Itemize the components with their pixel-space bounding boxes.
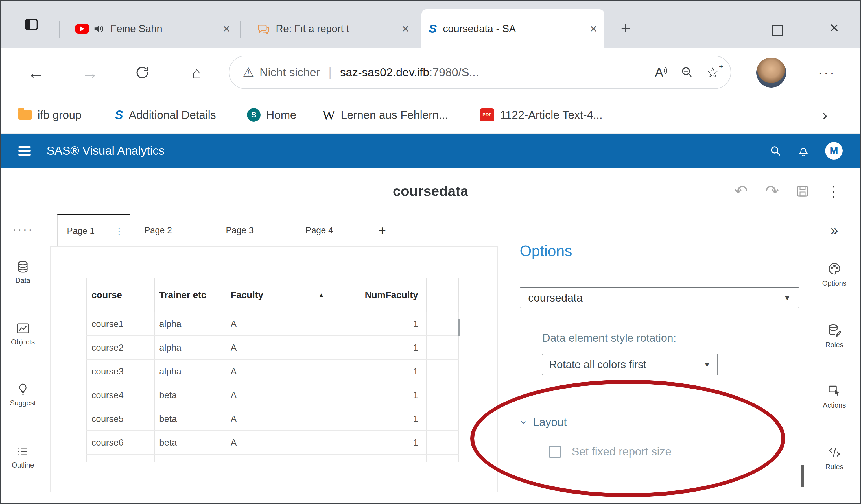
column-header-trainer[interactable]: Trainer etc [154, 278, 226, 312]
column-header-numfaculty[interactable]: NumFaculty [333, 278, 426, 312]
bookmark-home[interactable]: S Home [247, 108, 297, 122]
audio-playing-icon[interactable] [93, 24, 104, 34]
browser-nav-bar: ← → ⌂ ⚠ Nicht sicher | saz-sas02.dev.ifb… [1, 48, 860, 97]
browser-tab-strip: Feine Sahn × Re: Fit a report t × S cour… [1, 1, 860, 48]
right-rail-roles[interactable]: Roles [808, 323, 861, 349]
save-icon[interactable] [792, 168, 813, 214]
right-toolbar: » Options Roles Actions Rules [808, 214, 861, 504]
not-secure-warning-icon: ⚠ [243, 66, 254, 79]
url-host: saz-sas02.dev.ifb [340, 66, 429, 79]
column-header-course[interactable]: course [87, 278, 154, 312]
tab-separator [240, 21, 241, 38]
sidebar-item-label: Outline [12, 461, 34, 469]
collapse-panel-icon[interactable]: » [808, 222, 861, 238]
add-page-button[interactable]: + [371, 214, 394, 246]
back-button[interactable]: ← [26, 48, 46, 97]
list-table-object[interactable]: course Trainer etc Faculty▲ NumFaculty c… [50, 246, 498, 492]
close-tab-icon[interactable]: × [402, 23, 409, 35]
hamburger-menu-icon[interactable] [18, 146, 31, 155]
column-header-faculty[interactable]: Faculty▲ [226, 278, 333, 312]
add-favorite-icon[interactable]: ☆+ [706, 65, 719, 80]
sas-icon: S [115, 108, 123, 122]
table-row[interactable]: course5betaA1 [87, 407, 459, 431]
page-tab-3[interactable]: Page 3 [226, 214, 254, 246]
bookmark-label: 1122-Article Text-4... [500, 109, 602, 121]
bookmark-wikipedia[interactable]: W Lernen aus Fehlern... [323, 107, 448, 123]
page-tab-4[interactable]: Page 4 [305, 214, 333, 246]
fixed-report-size-row[interactable]: Set fixed report size [549, 445, 672, 458]
right-rail-options[interactable]: Options [808, 262, 861, 287]
more-tools-icon[interactable]: ···· [1, 222, 45, 236]
close-tab-icon[interactable]: × [223, 23, 230, 35]
style-rotation-dropdown[interactable]: Rotate all colors first ▼ [542, 354, 718, 375]
right-rail-rules[interactable]: Rules [808, 445, 861, 471]
browser-tab-communities[interactable]: Re: Fit a report t × [250, 9, 416, 48]
security-label[interactable]: Nicht sicher [259, 66, 320, 79]
tab-title: Feine Sahn [110, 23, 218, 35]
page-tab-2[interactable]: Page 2 [144, 214, 172, 246]
sidebar-item-objects[interactable]: Objects [1, 322, 45, 346]
forward-button: → [80, 48, 100, 97]
chevron-down-icon: ▼ [703, 360, 711, 369]
list-icon [16, 445, 30, 458]
sidebar-item-outline[interactable]: Outline [1, 445, 45, 469]
address-divider: | [329, 66, 332, 79]
layout-section-header[interactable]: › Layout [522, 416, 567, 428]
fixed-report-size-checkbox[interactable] [549, 446, 561, 458]
panel-scrollbar-thumb[interactable] [802, 465, 804, 487]
data-roles-icon [828, 323, 842, 337]
user-avatar[interactable]: M [825, 142, 843, 160]
undo-icon[interactable]: ↶ [730, 168, 752, 214]
sort-ascending-icon[interactable]: ▲ [318, 291, 324, 299]
more-options-icon[interactable]: ⋮ [823, 168, 844, 214]
bookmark-ifb-group[interactable]: ifb group [18, 109, 82, 121]
object-selector-dropdown[interactable]: coursedata ▼ [520, 287, 799, 308]
search-icon[interactable] [769, 145, 782, 157]
youtube-icon [76, 24, 89, 33]
minimize-button[interactable]: — [709, 15, 732, 29]
chevron-down-icon: ▼ [784, 294, 791, 302]
new-tab-button[interactable]: + [616, 18, 636, 37]
refresh-icon[interactable] [132, 48, 152, 97]
tab-title: Re: Fit a report t [276, 23, 397, 35]
table-row[interactable]: course1alphaA1 [87, 312, 459, 336]
sidebar-item-label: Data [15, 276, 30, 285]
left-toolbar: ···· Data Objects Suggest Outline [1, 214, 45, 504]
profile-avatar[interactable] [756, 58, 786, 87]
tab-title: coursedata - SA [443, 23, 585, 35]
table-row[interactable]: course4betaA1 [87, 383, 459, 407]
url-text[interactable]: saz-sas02.dev.ifb:7980/S... [340, 66, 479, 79]
page-menu-icon[interactable]: ⋮ [115, 226, 123, 236]
zoom-out-icon[interactable] [681, 66, 694, 79]
redo-icon[interactable]: ↷ [761, 168, 783, 214]
bookmark-article-pdf[interactable]: PDF 1122-Article Text-4... [480, 108, 602, 121]
read-aloud-icon[interactable]: A [655, 66, 668, 79]
maximize-button[interactable] [772, 25, 782, 36]
wikipedia-icon: W [323, 107, 335, 123]
sidebar-item-suggest[interactable]: Suggest [1, 383, 45, 407]
table-row[interactable]: course3alphaA1 [87, 359, 459, 383]
close-tab-icon[interactable]: × [590, 23, 597, 35]
page-tab-label: Page 1 [67, 226, 95, 236]
table-row[interactable]: course6betaA1 [87, 431, 459, 454]
browser-tab-youtube[interactable]: Feine Sahn × [68, 9, 237, 48]
bookmark-additional-details[interactable]: S Additional Details [115, 108, 216, 122]
sidebar-item-data[interactable]: Data [1, 260, 45, 285]
address-bar[interactable]: ⚠ Nicht sicher | saz-sas02.dev.ifb:7980/… [229, 56, 731, 89]
table-scrollbar-thumb[interactable] [457, 319, 460, 336]
right-rail-label: Roles [825, 341, 844, 349]
right-rail-actions[interactable]: Actions [808, 384, 861, 409]
browser-menu-icon[interactable]: ··· [813, 48, 840, 97]
style-rotation-label: Data element style rotation: [542, 332, 676, 344]
pdf-icon: PDF [480, 108, 494, 121]
table-row[interactable]: course7gammaA1 [87, 454, 459, 462]
close-window-button[interactable]: × [823, 18, 846, 37]
bookmarks-overflow-icon[interactable]: › [822, 106, 828, 124]
home-button[interactable]: ⌂ [187, 48, 207, 97]
notifications-bell-icon[interactable] [797, 144, 810, 157]
page-tab-1[interactable]: Page 1 ⋮ [57, 214, 130, 246]
tab-actions-icon[interactable] [24, 17, 39, 32]
browser-tab-coursedata-active[interactable]: S coursedata - SA × [422, 9, 604, 48]
right-rail-label: Options [822, 279, 846, 287]
table-row[interactable]: course2alphaA1 [87, 336, 459, 359]
